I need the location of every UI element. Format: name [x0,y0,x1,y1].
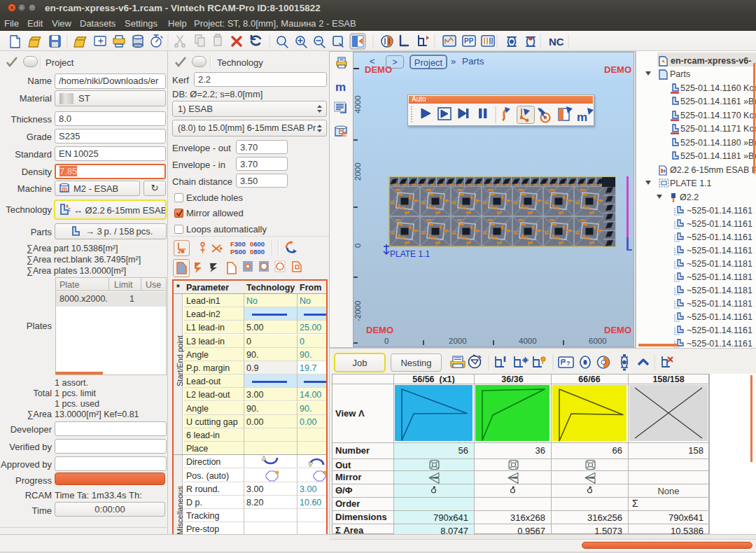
svg-text:PP: PP [464,37,474,45]
svg-text:m: m [577,111,587,124]
svg-text:?: ? [566,360,570,367]
svg-text:m: m [62,186,67,192]
svg-text:NC: NC [549,36,564,48]
svg-text:OK: OK [343,133,349,137]
